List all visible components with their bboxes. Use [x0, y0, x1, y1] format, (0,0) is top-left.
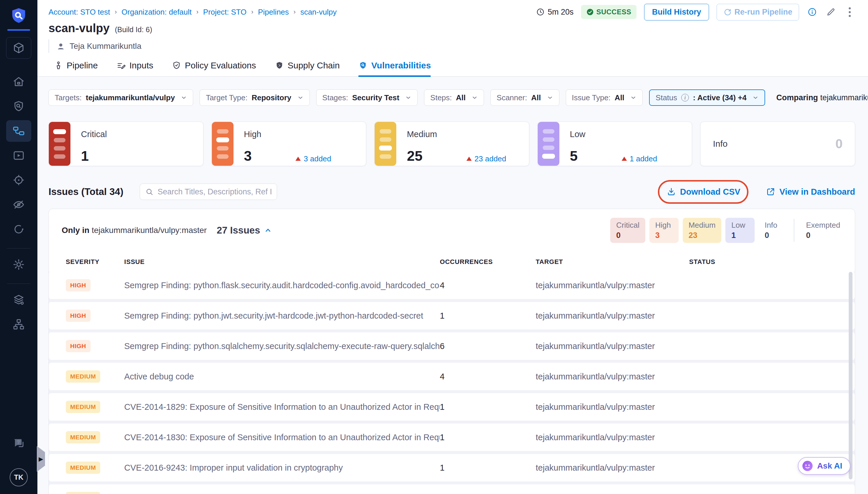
more-options-button[interactable] [844, 6, 855, 18]
tab-label: Vulnerabilities [371, 60, 431, 71]
card-count: 3 [244, 148, 252, 164]
issues-list: HIGH Semgrep Finding: python.flask.secur… [49, 271, 855, 494]
shield-nodes-icon [275, 61, 284, 70]
inputs-tab-icon [117, 61, 126, 70]
sidebar-item-pipelines[interactable] [6, 120, 31, 142]
card-medium[interactable]: Medium 25 23 added [374, 121, 529, 166]
high-gauge-icon [212, 122, 233, 166]
occurrences-value: 1 [440, 463, 536, 473]
occurrences-value: 1 [440, 402, 536, 412]
card-label: Low [570, 130, 681, 139]
rerun-label: Re-run Pipeline [734, 7, 792, 17]
issue-title: CVE-2014-1830: Exposure of Sensitive Inf… [124, 433, 440, 442]
filter-value: All [456, 93, 466, 102]
page-title: scan-vulpy [49, 22, 110, 35]
search-input[interactable] [157, 187, 271, 196]
download-icon [667, 187, 676, 196]
sidebar-item-exemptions[interactable] [6, 194, 31, 215]
sidebar-item-home[interactable] [6, 71, 31, 93]
breadcrumb-account[interactable]: Account: STO test [49, 7, 110, 17]
filter-issue-type[interactable]: Issue Type: All [566, 90, 643, 106]
filter-target-type[interactable]: Target Type: Repository [199, 90, 309, 106]
card-added: 3 added [295, 154, 331, 164]
card-critical[interactable]: Critical 1 [49, 121, 204, 166]
info-button[interactable] [807, 6, 818, 18]
critical-gauge-icon [49, 122, 71, 166]
table-row[interactable]: HIGH Semgrep Finding: python.sqlalchemy.… [49, 332, 855, 360]
issue-title: CVE-2014-1829: Exposure of Sensitive Inf… [124, 402, 440, 412]
tab-inputs[interactable]: Inputs [117, 60, 153, 76]
view-in-dashboard-label: View in Dashboard [779, 187, 855, 197]
table-row[interactable]: MEDIUM CVE-2017-11424: PyJWT: ... 1 teja… [49, 484, 855, 494]
vertical-scrollbar[interactable] [849, 272, 852, 479]
filter-status[interactable]: Status i : Active (34) +4 [649, 90, 765, 106]
chip-high: High3 [650, 218, 679, 243]
sidebar-item-executions[interactable] [6, 145, 31, 166]
table-row[interactable]: MEDIUM Active debug code 4 tejakummariku… [49, 363, 855, 390]
status-badge: SUCCESS [581, 5, 637, 19]
rerun-pipeline-button[interactable]: Re-run Pipeline [717, 4, 799, 20]
help-chat-button[interactable]: ? [6, 433, 31, 454]
issues-search[interactable] [140, 184, 277, 200]
breadcrumb-current[interactable]: scan-vulpy [301, 7, 337, 17]
card-low[interactable]: Low 5 1 added [538, 121, 692, 166]
severity-badge: HIGH [66, 279, 91, 291]
card-label: Info [713, 139, 728, 149]
eye-slash-icon [12, 198, 25, 211]
tab-vulnerabilities[interactable]: Vulnerabilities [358, 60, 431, 76]
author-row: Teja Kummarikuntla [49, 39, 855, 53]
sidebar-item-default-settings[interactable] [6, 289, 31, 311]
sidebar-item-governance[interactable] [6, 314, 31, 335]
col-target: TARGET [536, 258, 689, 266]
chevron-up-icon [264, 227, 272, 234]
layers-gear-icon [12, 293, 25, 306]
tab-policy-evaluations[interactable]: Policy Evaluations [172, 60, 256, 76]
tab-label: Supply Chain [288, 60, 340, 71]
issue-title: Semgrep Finding: python.flask.security.a… [124, 281, 440, 290]
filter-stages[interactable]: Stages: Security Test [316, 90, 418, 106]
issue-title: CVE-2016-9243: Improper input validation… [124, 463, 440, 473]
sidebar-item-settings[interactable] [6, 254, 31, 276]
target-value: tejakummarikuntla/vulpy:master [536, 341, 689, 351]
user-icon [56, 41, 65, 51]
sidebar-item-getting-started[interactable] [6, 218, 31, 240]
filter-targets[interactable]: Targets: tejakummarikuntla/vulpy [49, 90, 193, 106]
card-info[interactable]: Info 0 [700, 121, 855, 166]
tab-supply-chain[interactable]: Supply Chain [275, 60, 340, 76]
filter-scanner[interactable]: Scanner: All [490, 90, 559, 106]
build-id: (Build Id: 6) [115, 25, 152, 34]
breadcrumb-org[interactable]: Organization: default [121, 7, 192, 17]
occurrences-value: 6 [440, 341, 536, 351]
clock-icon [536, 7, 545, 16]
table-row[interactable]: MEDIUM CVE-2014-1829: Exposure of Sensit… [49, 393, 855, 421]
filter-value: tejakummarikuntla/vulpy [86, 93, 175, 102]
user-avatar[interactable]: TK [9, 468, 28, 487]
download-csv-button[interactable]: Download CSV [667, 187, 740, 197]
page-header: Account: STO test› Organization: default… [37, 0, 868, 77]
chevron-down-icon [547, 94, 553, 101]
view-in-dashboard-button[interactable]: View in Dashboard [766, 187, 855, 197]
ask-ai-button[interactable]: Ask AI [798, 457, 850, 475]
target-icon [12, 174, 25, 187]
sidebar-item-targets[interactable] [6, 169, 31, 191]
edit-pipeline-button[interactable] [825, 6, 836, 18]
issues-group-toggle[interactable]: 27 Issues [216, 225, 272, 236]
build-history-button[interactable]: Build History [644, 4, 709, 20]
table-row[interactable]: MEDIUM CVE-2016-9243: Improper input val… [49, 454, 855, 481]
table-row[interactable]: HIGH Semgrep Finding: python.jwt.securit… [49, 302, 855, 329]
filter-steps[interactable]: Steps: All [424, 90, 484, 106]
module-selector-button[interactable] [6, 37, 31, 59]
breadcrumb-project[interactable]: Project: STO [203, 7, 246, 17]
table-row[interactable]: MEDIUM CVE-2014-1830: Exposure of Sensit… [49, 423, 855, 451]
pencil-icon [826, 7, 835, 17]
sidebar-item-overview[interactable] [6, 96, 31, 117]
table-row[interactable]: HIGH Semgrep Finding: python.flask.secur… [49, 271, 855, 299]
filter-value: : Active (34) +4 [693, 93, 747, 102]
filter-value: All [615, 93, 624, 102]
breadcrumb-pipelines[interactable]: Pipelines [258, 7, 289, 17]
tab-pipeline[interactable]: Pipeline [54, 60, 98, 76]
ai-assistant-icon [802, 460, 814, 472]
card-high[interactable]: High 3 3 added [212, 121, 366, 166]
home-icon [12, 75, 25, 88]
sto-logo-icon [9, 7, 28, 25]
